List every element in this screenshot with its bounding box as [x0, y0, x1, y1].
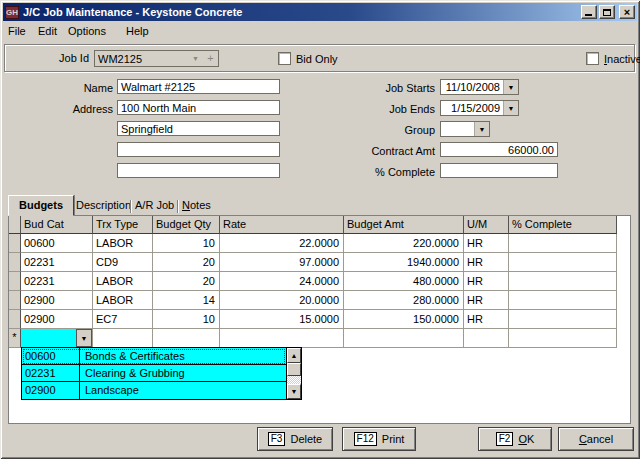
cell-um[interactable]: HR	[464, 310, 509, 329]
bud-cat-editor-value[interactable]	[21, 329, 76, 347]
cell-budget-qty[interactable]	[153, 329, 220, 348]
cell-pct-complete[interactable]	[509, 234, 617, 253]
dropdown-item[interactable]: 00600 Bonds & Certificates	[22, 348, 286, 365]
cell-bud-cat[interactable]: 02231	[21, 272, 93, 291]
cell-bud-cat-editor[interactable]: ▼	[21, 329, 93, 348]
col-header-pct-complete[interactable]: % Complete	[509, 216, 617, 234]
menu-help[interactable]: Help	[126, 25, 149, 37]
cell-pct-complete[interactable]	[509, 310, 617, 329]
cancel-button[interactable]: Cancel	[558, 427, 634, 451]
cell-um[interactable]: HR	[464, 291, 509, 310]
bud-cat-dropdown-icon[interactable]: ▼	[76, 329, 92, 347]
grid-row[interactable]: 02231 CD9 20 97.0000 1940.0000 HR	[9, 253, 630, 272]
col-header-trx-type[interactable]: Trx Type	[93, 216, 153, 234]
scrollbar-thumb[interactable]	[287, 363, 301, 376]
row-selector[interactable]	[9, 234, 21, 253]
menu-file[interactable]: File	[8, 25, 26, 37]
cell-trx-type[interactable]: LABOR	[93, 291, 153, 310]
job-ends-dropdown-icon[interactable]: ▼	[503, 101, 518, 115]
grid-row[interactable]: 02231 LABOR 20 24.0000 480.0000 HR	[9, 272, 630, 291]
inactive-checkbox[interactable]	[586, 52, 599, 65]
cell-budget-amt[interactable]: 480.0000	[344, 272, 464, 291]
row-selector[interactable]	[9, 253, 21, 272]
cell-trx-type[interactable]: LABOR	[93, 234, 153, 253]
cell-rate[interactable]	[220, 329, 344, 348]
cell-rate[interactable]: 20.0000	[220, 291, 344, 310]
job-id-combo[interactable]: WM2125 ▼ +	[94, 50, 219, 67]
contract-amt-field[interactable]: 66000.00	[440, 142, 558, 157]
cell-budget-amt[interactable]: 280.0000	[344, 291, 464, 310]
cell-budget-qty[interactable]: 14	[153, 291, 220, 310]
minimize-button[interactable]	[581, 5, 597, 19]
cell-budget-amt[interactable]	[344, 329, 464, 348]
cell-budget-amt[interactable]: 1940.0000	[344, 253, 464, 272]
cell-bud-cat[interactable]: 00600	[21, 234, 93, 253]
grid-row[interactable]: 02900 LABOR 14 20.0000 280.0000 HR	[9, 291, 630, 310]
name-field[interactable]: Walmart #2125	[117, 79, 280, 94]
cell-pct-complete[interactable]	[509, 291, 617, 310]
cell-rate[interactable]: 97.0000	[220, 253, 344, 272]
row-selector[interactable]	[9, 291, 21, 310]
group-dropdown-icon[interactable]: ▼	[474, 122, 489, 136]
job-id-dropdown-icon[interactable]: ▼	[188, 51, 203, 66]
cell-budget-qty[interactable]: 20	[153, 272, 220, 291]
cell-pct-complete[interactable]	[509, 329, 617, 348]
ok-button[interactable]: F2 OK	[478, 427, 552, 451]
menu-options[interactable]: Options	[68, 25, 106, 37]
cell-pct-complete[interactable]	[509, 272, 617, 291]
close-button[interactable]: ×	[619, 5, 635, 19]
cell-budget-amt[interactable]: 220.0000	[344, 234, 464, 253]
menu-edit[interactable]: Edit	[38, 25, 57, 37]
address-field-1[interactable]: 100 North Main	[117, 100, 280, 115]
cell-budget-qty[interactable]: 10	[153, 310, 220, 329]
job-id-add-icon[interactable]: +	[203, 51, 218, 66]
address-field-4[interactable]	[117, 163, 280, 178]
grid-row[interactable]: 00600 LABOR 10 22.0000 220.0000 HR	[9, 234, 630, 253]
cell-trx-type[interactable]: EC7	[93, 310, 153, 329]
cell-budget-amt[interactable]: 150.0000	[344, 310, 464, 329]
group-field[interactable]: ▼	[440, 121, 490, 137]
cell-rate[interactable]: 15.0000	[220, 310, 344, 329]
scrollbar-track[interactable]	[287, 376, 301, 384]
col-header-budget-amt[interactable]: Budget Amt	[344, 216, 464, 234]
cell-budget-qty[interactable]: 10	[153, 234, 220, 253]
cell-trx-type[interactable]	[93, 329, 153, 348]
col-header-budget-qty[interactable]: Budget Qty	[153, 216, 220, 234]
address-field-3[interactable]	[117, 142, 280, 157]
col-header-bud-cat[interactable]: Bud Cat	[21, 216, 93, 234]
tab-ar-job[interactable]: A/R Job	[135, 199, 174, 211]
job-starts-dropdown-icon[interactable]: ▼	[503, 80, 518, 94]
row-selector[interactable]	[9, 272, 21, 291]
dropdown-item[interactable]: 02900 Landscape	[22, 382, 286, 399]
grid-row[interactable]: 02900 EC7 10 15.0000 150.0000 HR	[9, 310, 630, 329]
col-header-um[interactable]: U/M	[464, 216, 509, 234]
tab-notes[interactable]: Notes	[182, 199, 211, 211]
address-field-2[interactable]: Springfield	[117, 121, 280, 136]
scroll-up-button[interactable]: ▲	[287, 348, 301, 363]
tab-budgets[interactable]: Budgets	[8, 195, 74, 216]
delete-button[interactable]: F3 Delete	[257, 427, 333, 451]
dropdown-scrollbar[interactable]: ▲ ▼	[286, 348, 301, 399]
cell-um[interactable]: HR	[464, 234, 509, 253]
title-bar[interactable]: GH J/C Job Maintenance - Keystone Concre…	[3, 3, 637, 21]
col-header-rate[interactable]: Rate	[220, 216, 344, 234]
cell-bud-cat[interactable]: 02231	[21, 253, 93, 272]
cell-pct-complete[interactable]	[509, 253, 617, 272]
cell-rate[interactable]: 24.0000	[220, 272, 344, 291]
cell-trx-type[interactable]: CD9	[93, 253, 153, 272]
pct-complete-field[interactable]	[440, 163, 558, 178]
row-selector[interactable]	[9, 310, 21, 329]
job-ends-field[interactable]: 1/15/2009 ▼	[440, 100, 519, 116]
maximize-button[interactable]	[599, 5, 615, 19]
cell-trx-type[interactable]: LABOR	[93, 272, 153, 291]
cell-um[interactable]	[464, 329, 509, 348]
print-button[interactable]: F12 Print	[342, 427, 416, 451]
cell-budget-qty[interactable]: 20	[153, 253, 220, 272]
cell-um[interactable]: HR	[464, 272, 509, 291]
scroll-down-button[interactable]: ▼	[287, 384, 301, 399]
bid-only-checkbox[interactable]	[278, 52, 291, 65]
cell-um[interactable]: HR	[464, 253, 509, 272]
cell-bud-cat[interactable]: 02900	[21, 310, 93, 329]
grid-new-row[interactable]: * ▼	[9, 329, 630, 348]
cell-bud-cat[interactable]: 02900	[21, 291, 93, 310]
